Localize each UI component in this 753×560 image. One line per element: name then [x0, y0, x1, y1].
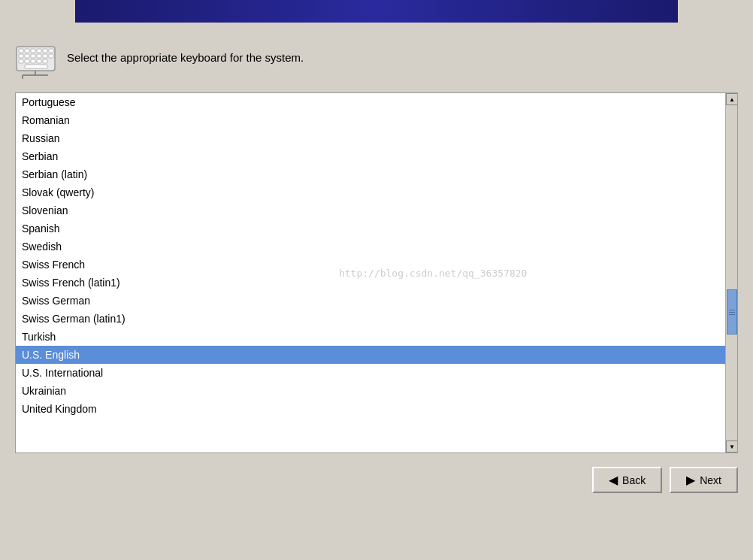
svg-rect-4: [37, 49, 41, 53]
svg-rect-6: [49, 49, 53, 53]
svg-rect-5: [43, 49, 47, 53]
next-label: Next: [700, 474, 721, 486]
list-item[interactable]: U.S. English: [16, 346, 725, 364]
svg-rect-17: [43, 59, 47, 63]
svg-rect-15: [31, 59, 35, 63]
svg-rect-11: [43, 54, 47, 58]
list-item[interactable]: Portuguese: [16, 93, 725, 111]
scroll-up-button[interactable]: ▲: [726, 93, 738, 105]
svg-rect-13: [19, 59, 23, 63]
back-label: Back: [622, 474, 646, 486]
list-item[interactable]: Swiss French: [16, 256, 725, 274]
next-button[interactable]: ▶ Next: [670, 467, 738, 493]
svg-rect-2: [25, 49, 29, 53]
back-icon: ◀: [609, 473, 618, 487]
list-item[interactable]: Swiss German (latin1): [16, 310, 725, 328]
back-button[interactable]: ◀ Back: [592, 467, 662, 493]
svg-rect-12: [49, 54, 53, 58]
svg-rect-16: [37, 59, 41, 63]
top-progress-bar: [75, 0, 678, 23]
scrollbar[interactable]: ▲ ▼: [725, 93, 737, 453]
svg-rect-7: [19, 54, 23, 58]
keyboard-layout-list[interactable]: PortugueseRomanianRussianSerbianSerbian …: [15, 92, 738, 453]
svg-rect-3: [31, 49, 35, 53]
list-item[interactable]: Swiss French (latin1): [16, 274, 725, 292]
list-item[interactable]: Slovak (qwerty): [16, 183, 725, 201]
svg-rect-10: [37, 54, 41, 58]
list-item[interactable]: Serbian: [16, 147, 725, 165]
list-item[interactable]: United Kingdom: [16, 400, 725, 418]
svg-rect-14: [25, 59, 29, 63]
next-icon: ▶: [686, 473, 695, 487]
header-text: Select the appropriate keyboard for the …: [67, 50, 304, 67]
list-item[interactable]: Russian: [16, 129, 725, 147]
list-item[interactable]: Romanian: [16, 111, 725, 129]
svg-rect-9: [31, 54, 35, 58]
scrollbar-thumb[interactable]: [727, 289, 737, 334]
svg-rect-1: [19, 49, 23, 53]
list-item[interactable]: Swedish: [16, 238, 725, 256]
scroll-down-button[interactable]: ▼: [726, 440, 738, 453]
list-item[interactable]: Slovenian: [16, 201, 725, 219]
list-item[interactable]: U.S. International: [16, 364, 725, 382]
svg-rect-18: [25, 65, 47, 68]
list-item[interactable]: Serbian (latin): [16, 165, 725, 183]
list-item[interactable]: Turkish: [16, 328, 725, 346]
list-item[interactable]: Swiss German: [16, 292, 725, 310]
keyboard-icon: [15, 38, 56, 79]
list-item[interactable]: Ukrainian: [16, 382, 725, 400]
scrollbar-area[interactable]: [726, 105, 737, 440]
svg-rect-8: [25, 54, 29, 58]
list-item[interactable]: Spanish: [16, 219, 725, 238]
